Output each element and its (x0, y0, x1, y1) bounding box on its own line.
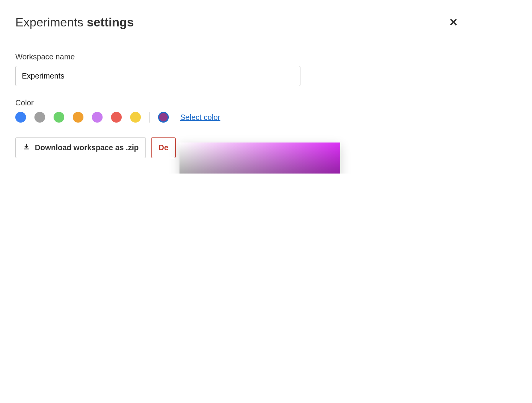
color-swatch-orange[interactable] (73, 112, 83, 123)
color-swatch-green[interactable] (54, 112, 64, 123)
color-swatch-red[interactable] (111, 112, 122, 123)
title-bold: settings (87, 15, 134, 29)
download-icon (23, 143, 30, 152)
color-swatch-purple[interactable] (92, 112, 103, 123)
color-swatch-row: Select color (15, 112, 459, 123)
download-zip-label: Download workspace as .zip (35, 143, 139, 152)
swatch-divider (149, 112, 150, 123)
page-title: Experiments settings (15, 15, 134, 29)
close-button[interactable]: ✕ (447, 16, 459, 29)
color-swatch-blue[interactable] (15, 112, 26, 123)
workspace-name-label: Workspace name (15, 52, 459, 61)
color-label: Color (15, 98, 459, 107)
color-swatch-yellow[interactable] (130, 112, 141, 123)
color-swatch-gray[interactable] (34, 112, 45, 123)
color-swatch-custom[interactable] (158, 112, 169, 123)
title-prefix: Experiments (15, 15, 87, 29)
color-picker-popup: R G B (180, 143, 340, 174)
delete-button[interactable]: De (151, 137, 176, 158)
download-zip-button[interactable]: Download workspace as .zip (15, 137, 146, 158)
saturation-value-area[interactable] (180, 143, 340, 174)
close-icon: ✕ (449, 16, 458, 28)
workspace-name-input[interactable] (15, 66, 300, 86)
delete-label: De (158, 143, 168, 152)
select-color-link[interactable]: Select color (180, 113, 220, 122)
